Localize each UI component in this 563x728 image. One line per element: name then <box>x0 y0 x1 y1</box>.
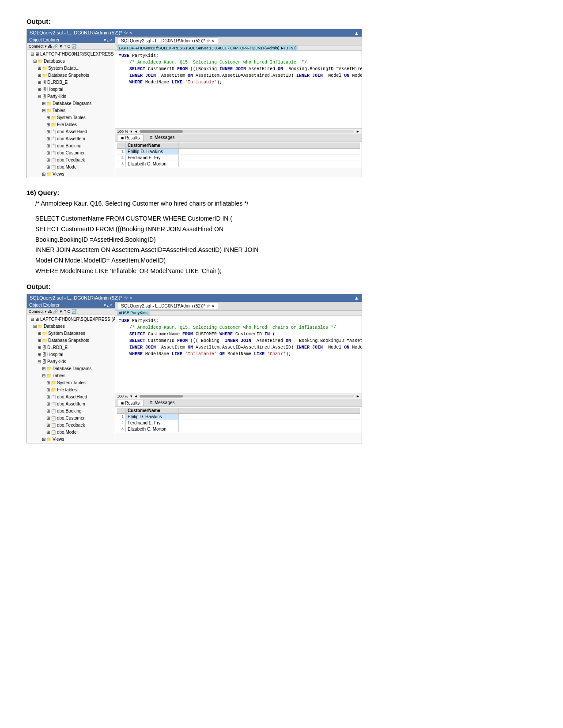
tree-item[interactable]: ⊞ 🗄 Hospital <box>36 351 115 358</box>
expand-icon: ⊞ <box>46 121 50 128</box>
folder-icon: 📁 <box>46 372 52 379</box>
tree-item[interactable]: ⊞ 📁 Views <box>40 436 115 443</box>
tree-item[interactable]: ⊞ 📋 dbo.Customer <box>45 150 115 157</box>
scroll-left-icon-2[interactable]: ◄ <box>134 394 138 398</box>
editor-scrollbar-1[interactable]: 100 % ▾ ◄ ► <box>115 128 362 134</box>
tree-item[interactable]: ⊞ 📋 dbo.Feedback <box>45 422 115 429</box>
tree-item[interactable]: ⊞ 📁 Database Snapshots <box>36 72 115 79</box>
tree-item[interactable]: ⊞ 📁 System Tables <box>45 114 115 121</box>
scroll-thumb-1 <box>140 130 182 133</box>
sql-where-line-2: WHERE ModelName LIKE 'Inflatable' OR Mod… <box>119 351 358 357</box>
tree-item[interactable]: ⊞ 🗄 Hospital <box>36 86 115 93</box>
tree-label: LAPTOP-FHDG0N1R\SQLEXPRESS (A~ <box>40 51 115 58</box>
tree-item-partykids-2[interactable]: ⊟ 🗄 PartyKids <box>36 358 115 365</box>
scroll-right-icon-2[interactable]: ► <box>356 394 360 398</box>
tree-label: dbo.Model <box>57 429 78 436</box>
sql-select-line-2b: SELECT CustomerID FROM ((( Booking INNER… <box>119 338 358 344</box>
scroll-left-icon[interactable]: ◄ <box>134 129 138 134</box>
ssms-close-icon-1[interactable]: ▲ <box>354 30 359 36</box>
tree-label: Tables <box>53 107 65 114</box>
messages-tab-1[interactable]: 🗎 Messages <box>145 135 178 141</box>
address-bar-2: =USE PartyKids; <box>117 310 150 315</box>
tree-item[interactable]: ⊞ 📁 FileTables <box>45 121 115 128</box>
explorer-connect-btn-1[interactable]: Connect ▾ 🖧 🔗 ▼ T C 🔄 <box>29 44 76 49</box>
results-tab-2[interactable]: ■ Results <box>117 400 144 406</box>
tree-item[interactable]: ⊞ 📁 Database Diagrams <box>40 100 115 107</box>
object-explorer-2: Object Explorer ▾ ₄ × Connect ▾ 🖧 🔗 ▼ T … <box>27 302 115 443</box>
tree-item[interactable]: ⊞ 📋 dbo.AssetHired <box>45 128 115 135</box>
messages-tab-2[interactable]: 🗎 Messages <box>145 400 178 406</box>
expand-icon: ⊞ <box>46 401 50 408</box>
sql-comment-line-2: /* Anmoldeep Kaur. Q15. Selecting Custom… <box>119 324 358 331</box>
tree-item[interactable]: ⊟ 📁 Databases <box>31 323 115 330</box>
tree-item[interactable]: ⊞ 📋 dbo.Booking <box>45 408 115 415</box>
scroll-right-icon[interactable]: ► <box>356 129 360 134</box>
editor-scrollbar-2[interactable]: 100 % ▾ ◄ ► <box>115 394 362 399</box>
folder-icon: 📁 <box>51 387 56 394</box>
editor-content-2[interactable]: =USE PartyKids; /* Anmoldeep Kaur. Q15. … <box>115 316 362 394</box>
editor-tab-2[interactable]: SQLQuery2.sql - L...DG0N1R\Admin (52))* … <box>117 303 218 309</box>
scroll-track-1[interactable] <box>140 130 354 133</box>
tree-item[interactable]: ⊞ 📋 dbo.Model <box>45 164 115 171</box>
ssms-title-text-2: SQLQuery2.sql - L...DG0N1R\Admin (52))* … <box>30 295 132 301</box>
expand-icon: ⊟ <box>33 323 37 330</box>
explorer-pin-icon-1[interactable]: ▾ ₄ × <box>104 38 113 42</box>
ssms-titlebar-1: SQLQuery2.sql - L...DG0N1R\Admin (52))* … <box>27 29 362 37</box>
tree-item[interactable]: ⊞ 📁 FileTables <box>45 387 115 394</box>
sql-comment-line: /* Anmoldeep Kaur. Q15. Selecting Custom… <box>119 59 358 66</box>
zoom-arrow[interactable]: ▾ <box>130 129 132 134</box>
tree-item[interactable]: ⊞ 📋 dbo.Model <box>45 429 115 436</box>
tree-item-tables-2[interactable]: ⊟ 📁 Tables <box>40 372 115 379</box>
table-icon: 📋 <box>51 415 56 422</box>
tree-item[interactable]: ⊞ 📁 Views <box>40 171 115 178</box>
tree-item[interactable]: ⊞ 📋 dbo.AssetItem <box>45 401 115 408</box>
tree-item[interactable]: ⊞ 📁 Database Snapshots <box>36 337 115 344</box>
ssms-body-2: Object Explorer ▾ ₄ × Connect ▾ 🖧 🔗 ▼ T … <box>27 302 362 443</box>
tree-label: dbo.Customer <box>57 150 85 157</box>
tree-item[interactable]: ⊞ 📋 dbo.Booking <box>45 143 115 150</box>
tree-item-tables[interactable]: ⊟ 📁 Tables <box>40 107 115 114</box>
editor-tab-1[interactable]: SQLQuery2.sql - L...DG0N1R\Admin (52))* … <box>117 38 218 44</box>
messages-tab-icon-1: 🗎 <box>149 135 153 140</box>
ssms-window-2: SQLQuery2.sql - L...DG0N1R\Admin (52))* … <box>26 294 362 443</box>
cell-1-2: Ferdinand E. Fry <box>126 155 179 161</box>
tree-item[interactable]: ⊞ 🗄 DLRDB_E <box>36 344 115 351</box>
explorer-pin-icon-2[interactable]: ▾ ₄ × <box>104 303 113 308</box>
tree-item-partykids[interactable]: ⊟ 🗄 PartyKids <box>36 93 115 100</box>
cell-2-3: Elizabeth C. Morton <box>126 426 179 432</box>
expand-icon: ⊞ <box>38 86 41 93</box>
grid-row-2-1: 1 Philip D. Hawkins <box>117 414 360 420</box>
tree-item[interactable]: ⊞ 🗄 DLRDB_E <box>36 79 115 86</box>
tree-item[interactable]: ⊞ 📋 dbo.Feedback <box>45 157 115 164</box>
results-tab-label-2: ■ <box>121 401 124 405</box>
expand-icon: ⊞ <box>38 65 41 72</box>
explorer-connect-btn-2[interactable]: Connect ▾ 🖧 🔗 ▼ T C 🔄 <box>29 309 76 314</box>
scroll-track-2[interactable] <box>140 395 354 398</box>
tree-item[interactable]: ⊞ 📁 Database Diagrams <box>40 365 115 372</box>
tree-item-2[interactable]: ⊟ 🖥 LAPTOP-FHD0N1R\SQLEXPRESS (A~ <box>27 316 115 323</box>
ssms-close-icon-2[interactable]: ▲ <box>354 295 359 300</box>
output-section-1: Output: SQLQuery2.sql - L...DG0N1R\Admin… <box>26 18 537 178</box>
tree-label: dbo.Feedback <box>57 157 85 164</box>
tree-item[interactable]: ⊞ 📋 dbo.Customer <box>45 415 115 422</box>
tree-item[interactable]: ⊟ 📁 Databases <box>31 58 115 65</box>
results-tab-1[interactable]: ■ Results <box>117 135 144 141</box>
expand-icon: ⊞ <box>46 143 50 150</box>
tree-item[interactable]: ⊞ 📋 dbo.AssetHired <box>45 394 115 401</box>
row-num-header-2 <box>117 408 126 413</box>
tree-item[interactable]: ⊟ 🖥 LAPTOP-FHDG0N1R\SQLEXPRESS (A~ <box>27 51 115 58</box>
q16-line-3: Booking.BookingID =AssetHired.BookingID) <box>35 235 537 245</box>
sql-join-line2: INNER JOIN AssetItem ON AssetItem.AssetI… <box>119 344 358 351</box>
tree-item[interactable]: ⊞ 📁 System Databases <box>36 330 115 337</box>
expand-icon: ⊞ <box>38 351 41 358</box>
query16-section: 16) Query: /* Anmoldeep Kaur. Q16. Selec… <box>26 189 537 443</box>
folder-icon: 📁 <box>46 365 52 372</box>
expand-icon: ⊞ <box>38 72 41 79</box>
tree-item[interactable]: ⊞ 📁 System Datab... <box>36 65 115 72</box>
editor-content-1[interactable]: =USE PartyKids; /* Anmoldeep Kaur. Q15. … <box>115 51 362 128</box>
zoom-arrow-2[interactable]: ▾ <box>130 394 132 398</box>
tree-item[interactable]: ⊞ 📁 System Tables <box>45 379 115 387</box>
tree-item[interactable]: ⊞ 📋 dbo.AssetItem <box>45 135 115 143</box>
tree-label: PartyKids <box>47 358 66 365</box>
folder-icon: 📁 <box>42 65 47 72</box>
